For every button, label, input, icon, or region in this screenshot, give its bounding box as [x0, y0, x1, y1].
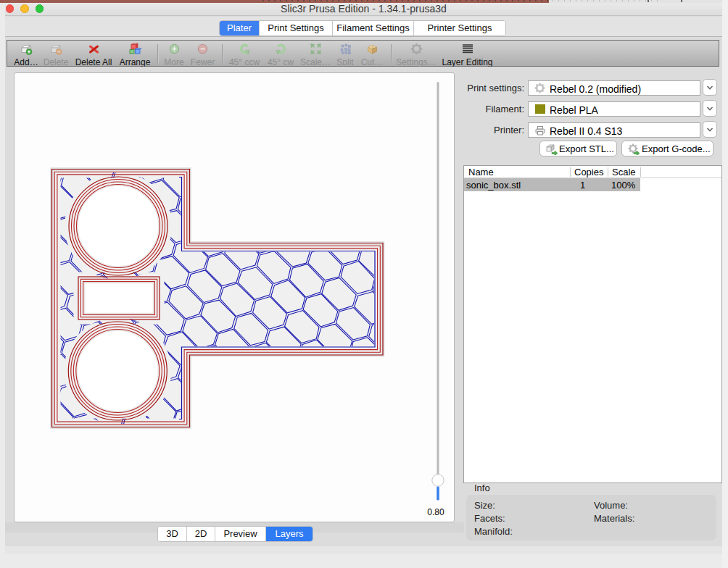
svg-text:0.80: 0.80 [427, 507, 444, 517]
